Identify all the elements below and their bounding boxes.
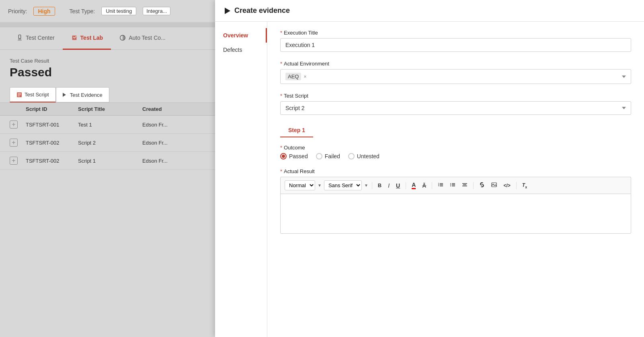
script-title-3: Script 1	[78, 158, 142, 164]
svg-marker-1	[18, 39, 22, 41]
outcome-failed[interactable]: Failed	[316, 153, 340, 159]
actual-environment-field: *Actual Environment AEQ ×	[280, 61, 631, 84]
clear-format-button[interactable]: Tx	[520, 181, 529, 190]
font-select-arrow: ▼	[364, 183, 368, 188]
chevron-down-icon	[622, 76, 626, 78]
execution-title-input[interactable]	[280, 38, 631, 52]
link-button[interactable]	[477, 181, 487, 190]
panel-header: Create evidence	[215, 0, 644, 22]
divider-5	[516, 182, 517, 189]
panel-nav: Overview Defects	[215, 22, 267, 337]
result-section: Test Case Result Passed	[0, 50, 215, 87]
required-star-ar: *	[280, 168, 282, 174]
test-type-label: Test Type:	[70, 8, 95, 14]
script-created-1: Edson Fr...	[142, 122, 205, 128]
actual-result-field: *Actual Result Normal ▼ Sans Serif ▼ B I…	[280, 168, 631, 234]
panel-title: Create evidence	[234, 6, 290, 15]
play-icon	[225, 8, 230, 14]
aeq-close[interactable]: ×	[304, 74, 306, 80]
step-1-tab[interactable]: Step 1	[280, 124, 313, 137]
priority-label: Priority:	[8, 8, 27, 14]
font-highlight-button[interactable]: Ā	[420, 182, 428, 190]
test-script-field: *Test Script Script 2	[280, 93, 631, 115]
col-script-id: Script ID	[26, 106, 78, 112]
svg-point-17	[450, 183, 451, 184]
expand-row-2[interactable]: +	[10, 139, 18, 147]
tab-test-center-label: Test Center	[26, 35, 55, 41]
col-created: Created	[142, 106, 205, 112]
code-button[interactable]: </>	[501, 182, 512, 189]
tab-test-evidence[interactable]: Test Evidence	[56, 87, 109, 102]
table-row: + TSFTSRT-001 Test 1 Edson Fr...	[0, 116, 215, 134]
col-script-title: Script Title	[78, 106, 142, 112]
expand-row-1[interactable]: +	[10, 121, 18, 129]
tabs-bar: Test Center Test Lab Auto Test Co...	[0, 27, 215, 50]
format-select-arrow: ▼	[318, 183, 322, 188]
aeq-badge: AEQ	[285, 73, 301, 80]
tab-auto-test-label: Auto Test Co...	[129, 35, 166, 41]
table-row: + TSFTSRT-002 Script 2 Edson Fr...	[0, 134, 215, 152]
outcome-passed-label: Passed	[289, 153, 308, 159]
panel-body: Overview Defects *Execution Title *Actua…	[215, 22, 644, 337]
tab-auto-test[interactable]: Auto Test Co...	[111, 27, 174, 50]
table-header: Script ID Script Title Created	[0, 103, 215, 116]
script-icon	[16, 92, 22, 98]
required-star-env: *	[280, 61, 282, 67]
table-row: + TSFTSRT-002 Script 1 Edson Fr...	[0, 152, 215, 170]
font-select[interactable]: Sans Serif	[324, 180, 362, 190]
align-icon	[462, 182, 468, 188]
tab-test-lab[interactable]: Test Lab	[63, 27, 111, 50]
tab-test-evidence-label: Test Evidence	[70, 92, 103, 98]
execution-title-label: *Execution Title	[280, 30, 631, 36]
image-button[interactable]	[489, 181, 499, 190]
step-tabs: Step 1	[280, 124, 631, 137]
nav-item-wrapper-overview: Overview	[215, 28, 267, 43]
required-star: *	[280, 30, 282, 36]
nav-overview[interactable]: Overview	[215, 28, 267, 43]
svg-point-18	[450, 184, 451, 185]
result-value: Passed	[10, 65, 205, 79]
actual-environment-select[interactable]: AEQ ×	[280, 69, 631, 84]
test-script-selected-value: Script 2	[285, 105, 304, 111]
test-type-tag-integration: Integra...	[143, 7, 170, 15]
test-script-label: *Test Script	[280, 93, 631, 99]
nav-defects[interactable]: Defects	[215, 43, 267, 57]
align-button[interactable]	[460, 181, 470, 190]
outcome-label: *Outcome	[280, 145, 631, 151]
test-script-select[interactable]: Script 2	[280, 101, 631, 115]
bold-button[interactable]: B	[376, 182, 384, 189]
tab-test-script-label: Test Script	[25, 92, 49, 98]
font-color-button[interactable]: A	[410, 181, 418, 190]
underline-button[interactable]: U	[394, 182, 402, 190]
ol-icon: 123	[438, 182, 443, 188]
nav-item-wrapper-defects: Defects	[215, 43, 267, 57]
svg-line-23	[481, 184, 483, 186]
actual-result-editor[interactable]	[280, 194, 631, 234]
ul-icon	[450, 182, 455, 188]
expand-row-3[interactable]: +	[10, 157, 18, 165]
script-id-1: TSFTSRT-001	[26, 122, 78, 128]
image-icon	[491, 182, 497, 188]
ordered-list-button[interactable]: 123	[436, 181, 445, 190]
divider-2	[406, 182, 406, 189]
script-tabs: Test Script Test Evidence	[0, 87, 215, 103]
tab-test-center[interactable]: Test Center	[8, 27, 63, 50]
divider-4	[473, 182, 474, 189]
tab-test-script[interactable]: Test Script	[10, 87, 56, 102]
create-evidence-panel: Create evidence Overview Defects *Execut…	[215, 0, 644, 337]
outcome-passed[interactable]: Passed	[280, 153, 308, 159]
radio-untested	[348, 153, 355, 159]
actual-result-label: *Actual Result	[280, 168, 631, 174]
divider-3	[432, 182, 432, 189]
priority-badge: High	[33, 7, 55, 16]
svg-text:3: 3	[438, 185, 439, 187]
unordered-list-button[interactable]	[448, 181, 457, 190]
outcome-untested-label: Untested	[357, 153, 379, 159]
italic-button[interactable]: I	[386, 182, 392, 190]
format-select[interactable]: Normal	[285, 180, 315, 190]
top-bar: Priority: High Test Type: Unit testing I…	[0, 0, 215, 22]
outcome-untested[interactable]: Untested	[348, 153, 379, 159]
link-icon	[479, 182, 485, 188]
svg-rect-0	[18, 35, 21, 39]
circle-half-icon	[119, 34, 126, 41]
